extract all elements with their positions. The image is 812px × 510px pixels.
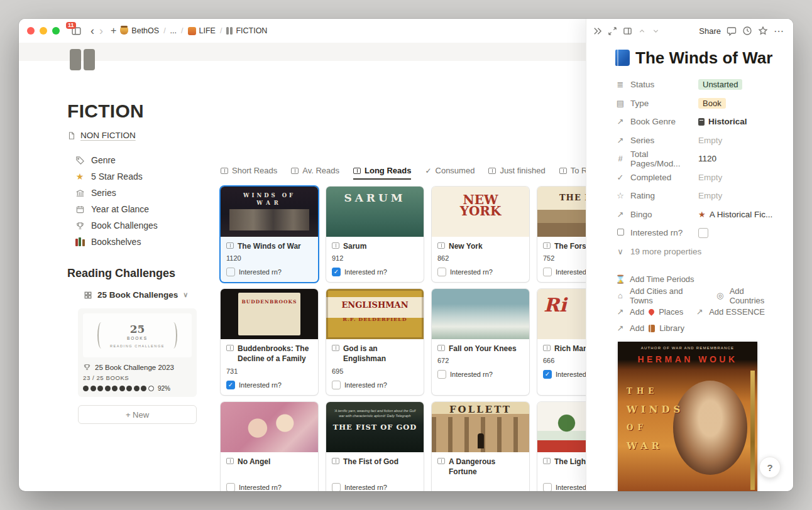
book-cover: SARUM bbox=[326, 187, 424, 237]
breadcrumb-item-fiction[interactable]: FICTION bbox=[226, 26, 267, 35]
book-cover-image[interactable]: AUTHOR OF WAR AND REMEMBRANCE HERMAN WOU… bbox=[618, 342, 757, 492]
interested-checkbox[interactable] bbox=[332, 381, 341, 389]
card-sarum[interactable]: SARUM Sarum 912 Interested rn? bbox=[326, 187, 424, 282]
sidebar-toggle-icon[interactable]: 11 bbox=[71, 26, 82, 36]
previous-page-icon[interactable] bbox=[638, 27, 646, 35]
property-type[interactable]: ▤Type Book bbox=[615, 94, 778, 113]
subpage-label: NON FICTION bbox=[80, 131, 136, 140]
book-icon bbox=[437, 458, 445, 464]
type-badge[interactable]: Book bbox=[698, 98, 726, 109]
challenge-card[interactable]: 25 BOOKS READING CHALLENGE 25 Book Chall… bbox=[78, 308, 197, 397]
sidebar-item-series[interactable]: Series bbox=[75, 188, 213, 198]
sidebar-item-book-challenges[interactable]: Book Challenges bbox=[75, 220, 213, 231]
next-page-icon[interactable] bbox=[652, 27, 660, 35]
page-icon bbox=[67, 131, 76, 140]
tab-long-reads[interactable]: Long Reads bbox=[353, 166, 411, 180]
property-book-genre[interactable]: ↗Book Genre Historical bbox=[615, 112, 778, 131]
property-rating[interactable]: ☆Rating Empty bbox=[615, 187, 778, 205]
card-buddenbrooks[interactable]: BUDDENBROOKS Buddenbrooks: The Decline o… bbox=[221, 289, 318, 394]
page-icon-book[interactable] bbox=[70, 49, 213, 70]
property-interested[interactable]: Interested rn? bbox=[615, 224, 778, 242]
more-properties-toggle[interactable]: ∨ 19 more properties bbox=[615, 242, 778, 261]
property-bingo[interactable]: ↗Bingo ★A Historical Fic... bbox=[615, 205, 778, 224]
tab-av-reads[interactable]: Av. Reads bbox=[291, 166, 339, 180]
grid-view-icon bbox=[84, 291, 92, 300]
close-peek-icon[interactable] bbox=[593, 26, 602, 36]
close-window-button[interactable] bbox=[27, 27, 35, 35]
card-fall-on-your-knees[interactable]: Fall on Your Knees 672 Interested rn? bbox=[432, 289, 529, 394]
peek-page-title[interactable]: The Winds of War bbox=[635, 48, 772, 68]
card-the-fist-of-god[interactable]: 'A terrific yarn, weaving fact and ficti… bbox=[326, 402, 424, 491]
property-status[interactable]: ≣Status Unstarted bbox=[615, 75, 778, 94]
help-button[interactable]: ? bbox=[759, 457, 781, 478]
subpage-link-non-fiction[interactable]: NON FICTION bbox=[67, 131, 213, 140]
card-no-angel[interactable]: No Angel Interested rn? bbox=[221, 402, 318, 491]
challenge-progress-text: 23 / 25 BOOKS bbox=[83, 374, 192, 381]
laurel-right bbox=[170, 322, 177, 349]
minimize-window-button[interactable] bbox=[40, 27, 47, 35]
add-countries-link[interactable]: ◎Add Countries bbox=[715, 286, 778, 305]
page-count: 695 bbox=[332, 367, 418, 376]
updates-clock-icon[interactable] bbox=[742, 26, 752, 36]
favorite-star-icon[interactable] bbox=[758, 26, 768, 36]
more-options-icon[interactable]: ⋯ bbox=[774, 25, 784, 37]
interested-checkbox[interactable] bbox=[226, 268, 235, 276]
forward-button[interactable]: › bbox=[97, 25, 106, 36]
relation-arrow-icon: ↗ bbox=[615, 307, 625, 317]
share-button[interactable]: Share bbox=[699, 26, 721, 36]
new-page-button[interactable]: + bbox=[111, 25, 116, 36]
interested-checkbox[interactable] bbox=[437, 268, 446, 276]
book-icon bbox=[332, 345, 339, 351]
interested-checkbox[interactable] bbox=[332, 268, 341, 276]
interested-checkbox[interactable] bbox=[543, 370, 552, 379]
sidebar-item-year-at-glance[interactable]: Year at Glance bbox=[75, 204, 213, 214]
book-icon bbox=[332, 458, 339, 464]
interested-checkbox[interactable] bbox=[226, 483, 235, 491]
add-cities-link[interactable]: ⌂Add Cities and Towns bbox=[615, 286, 704, 305]
breadcrumb-item-bethos[interactable]: BethOS bbox=[120, 26, 159, 35]
sidebar-item-genre[interactable]: Genre bbox=[75, 155, 213, 165]
breadcrumb-item-life[interactable]: LIFE bbox=[188, 26, 216, 35]
add-property-links: ⌛Add Time Periods ⌂Add Cities and Towns … bbox=[615, 271, 778, 337]
page-count bbox=[437, 480, 524, 488]
back-button[interactable]: ‹ bbox=[88, 25, 97, 36]
interested-checkbox[interactable] bbox=[437, 370, 446, 379]
interested-checkbox[interactable] bbox=[543, 268, 552, 276]
add-essence-link[interactable]: ↗Add ESSENCE bbox=[694, 307, 765, 317]
tab-just-finished[interactable]: Just finished bbox=[488, 166, 545, 180]
blue-book-icon[interactable] bbox=[615, 50, 630, 66]
comments-icon[interactable] bbox=[727, 26, 737, 36]
property-series[interactable]: ↗Series Empty bbox=[615, 131, 778, 150]
status-badge[interactable]: Unstarted bbox=[698, 79, 742, 90]
zoom-window-button[interactable] bbox=[52, 27, 60, 35]
interested-checkbox[interactable] bbox=[698, 228, 708, 238]
sidebar-item-5-star-reads[interactable]: ★ 5 Star Reads bbox=[75, 171, 213, 182]
book-cover bbox=[221, 402, 318, 452]
book-icon bbox=[543, 345, 551, 351]
sidebar-item-bookshelves[interactable]: Bookshelves bbox=[75, 237, 213, 247]
card-new-york[interactable]: NEWYORK New York 862 Interested rn? bbox=[432, 187, 529, 282]
card-a-dangerous-fortune[interactable]: FOLLETT A Dangerous Fortune Interested r… bbox=[432, 402, 529, 491]
tab-consumed[interactable]: ✓Consumed bbox=[425, 166, 475, 180]
add-places-link[interactable]: ↗AddPlaces bbox=[615, 307, 683, 317]
page-left-column: FICTION NON FICTION Genre ★ 5 Star Reads… bbox=[67, 49, 213, 424]
interested-checkbox[interactable] bbox=[543, 483, 552, 491]
new-challenge-button[interactable]: + New bbox=[78, 405, 197, 424]
card-the-winds-of-war[interactable]: WINDS OFWAR The Winds of War 1120 Intere… bbox=[221, 187, 318, 282]
add-time-periods-link[interactable]: ⌛Add Time Periods bbox=[615, 274, 694, 284]
book-icon bbox=[559, 168, 567, 174]
add-library-link[interactable]: ↗AddLibrary bbox=[615, 323, 684, 333]
side-peek-mode-icon[interactable] bbox=[623, 26, 632, 36]
challenge-view-selector[interactable]: 25 Book Challenges ∨ bbox=[84, 290, 213, 300]
breadcrumb-separator: / bbox=[220, 26, 222, 35]
card-god-is-an-englishman[interactable]: ENGLISHMANR.F. DELDERFIELD God is an Eng… bbox=[326, 289, 424, 394]
interested-checkbox[interactable] bbox=[226, 381, 235, 389]
property-total-pages[interactable]: #Total Pages/Mod... 1120 bbox=[615, 149, 778, 168]
breadcrumb-item-ellipsis[interactable]: ... bbox=[170, 26, 177, 35]
property-completed[interactable]: ✓Completed Empty bbox=[615, 168, 778, 187]
expand-icon[interactable] bbox=[608, 26, 617, 36]
interested-checkbox[interactable] bbox=[332, 483, 341, 491]
checkbox-icon bbox=[615, 228, 625, 237]
relation-arrow-icon: ↗ bbox=[615, 210, 625, 219]
tab-short-reads[interactable]: Short Reads bbox=[221, 166, 277, 180]
